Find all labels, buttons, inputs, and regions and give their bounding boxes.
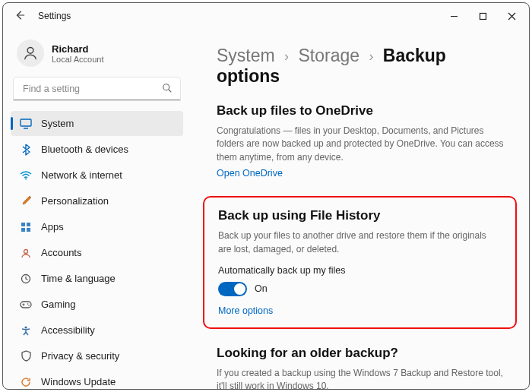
search-icon <box>162 83 173 96</box>
sidebar-item-personalization[interactable]: Personalization <box>11 188 183 213</box>
maximize-button[interactable] <box>468 5 497 27</box>
svg-rect-10 <box>21 228 25 232</box>
sidebar-item-label: Network & internet <box>41 169 122 181</box>
svg-rect-1 <box>480 13 486 19</box>
sidebar-item-windows-update[interactable]: Windows Update <box>11 369 183 390</box>
sidebar-item-network[interactable]: Network & internet <box>11 163 183 188</box>
onedrive-desc: Congratulations — files in your Desktop,… <box>217 125 508 164</box>
svg-point-16 <box>28 305 30 306</box>
sidebar-item-privacy[interactable]: Privacy & security <box>11 343 183 368</box>
close-icon <box>508 12 516 21</box>
svg-rect-11 <box>27 228 30 232</box>
svg-point-7 <box>25 178 27 179</box>
older-title: Looking for an older backup? <box>217 346 508 361</box>
auto-backup-toggle[interactable] <box>218 282 247 296</box>
user-block[interactable]: Richard Local Account <box>17 40 183 67</box>
svg-rect-8 <box>21 223 25 226</box>
system-icon <box>20 118 32 130</box>
sidebar-item-time-language[interactable]: Time & language <box>11 266 183 291</box>
onedrive-section: Back up files to OneDrive Congratulation… <box>217 103 508 179</box>
breadcrumb: System › Storage › Backup options <box>217 46 508 87</box>
open-onedrive-link[interactable]: Open OneDrive <box>217 168 283 179</box>
bluetooth-icon <box>20 144 32 156</box>
sidebar: Richard Local Account System <box>3 29 189 389</box>
wifi-icon <box>20 169 32 182</box>
window-title: Settings <box>38 11 71 21</box>
window-controls <box>439 5 526 27</box>
paintbrush-icon <box>20 195 32 207</box>
sidebar-item-label: Windows Update <box>41 376 116 387</box>
person-icon <box>22 45 39 62</box>
user-sub: Local Account <box>52 55 104 64</box>
search-input[interactable] <box>14 77 180 100</box>
sidebar-item-label: Accessibility <box>41 324 95 336</box>
sidebar-item-bluetooth[interactable]: Bluetooth & devices <box>11 137 183 162</box>
svg-point-17 <box>24 326 27 328</box>
accessibility-icon <box>20 324 32 337</box>
svg-rect-9 <box>27 223 30 226</box>
sidebar-item-label: Gaming <box>41 299 76 310</box>
sidebar-item-label: Privacy & security <box>41 350 119 362</box>
chevron-right-icon: › <box>284 49 289 64</box>
svg-point-3 <box>163 84 169 90</box>
close-button[interactable] <box>497 5 526 27</box>
sidebar-item-label: Apps <box>41 221 64 232</box>
sidebar-item-gaming[interactable]: Gaming <box>11 292 183 317</box>
sidebar-item-label: Time & language <box>41 273 116 284</box>
back-button[interactable] <box>12 10 27 23</box>
search-field[interactable] <box>14 77 180 100</box>
minimize-button[interactable] <box>439 5 468 27</box>
gaming-icon <box>20 299 32 311</box>
sidebar-item-apps[interactable]: Apps <box>11 214 183 239</box>
content: System › Storage › Backup options Back u… <box>189 29 529 389</box>
sidebar-item-system[interactable]: System <box>11 111 183 136</box>
older-desc: If you created a backup using the Window… <box>217 367 508 389</box>
onedrive-title: Back up files to OneDrive <box>217 103 508 119</box>
avatar <box>17 40 44 67</box>
breadcrumb-storage[interactable]: Storage <box>298 46 359 65</box>
accounts-icon <box>20 247 32 259</box>
svg-line-4 <box>169 90 172 93</box>
svg-point-12 <box>24 249 28 253</box>
sidebar-item-label: Bluetooth & devices <box>41 144 128 155</box>
sidebar-item-accessibility[interactable]: Accessibility <box>11 318 183 343</box>
svg-point-2 <box>27 47 33 53</box>
apps-icon <box>20 221 32 233</box>
sidebar-item-accounts[interactable]: Accounts <box>11 240 183 265</box>
nav: System Bluetooth & devices Network & int… <box>11 111 183 390</box>
toggle-state-text: On <box>255 283 268 294</box>
breadcrumb-system[interactable]: System <box>217 46 275 65</box>
maximize-icon <box>479 12 487 21</box>
shield-icon <box>20 350 32 362</box>
file-history-title: Back up using File History <box>218 208 502 223</box>
auto-backup-label: Automatically back up my files <box>218 265 502 276</box>
svg-point-15 <box>27 303 29 305</box>
chevron-right-icon: › <box>369 49 373 64</box>
older-backup-section: Looking for an older backup? If you crea… <box>217 346 508 389</box>
minimize-icon <box>450 12 458 21</box>
arrow-left-icon <box>14 10 25 21</box>
update-icon <box>20 376 32 388</box>
sidebar-item-label: System <box>41 118 74 129</box>
sidebar-item-label: Accounts <box>41 247 81 258</box>
file-history-desc: Back up your files to another drive and … <box>218 229 502 256</box>
user-name: Richard <box>52 43 104 55</box>
more-options-link[interactable]: More options <box>218 305 273 316</box>
clock-icon <box>20 273 32 285</box>
sidebar-item-label: Personalization <box>41 195 109 207</box>
toggle-knob <box>234 283 245 295</box>
svg-rect-14 <box>21 302 31 308</box>
settings-window: Settings Richard Local Account <box>2 2 530 390</box>
file-history-section: Back up using File History Back up your … <box>203 196 517 329</box>
svg-rect-5 <box>21 119 31 126</box>
titlebar: Settings <box>3 3 529 29</box>
